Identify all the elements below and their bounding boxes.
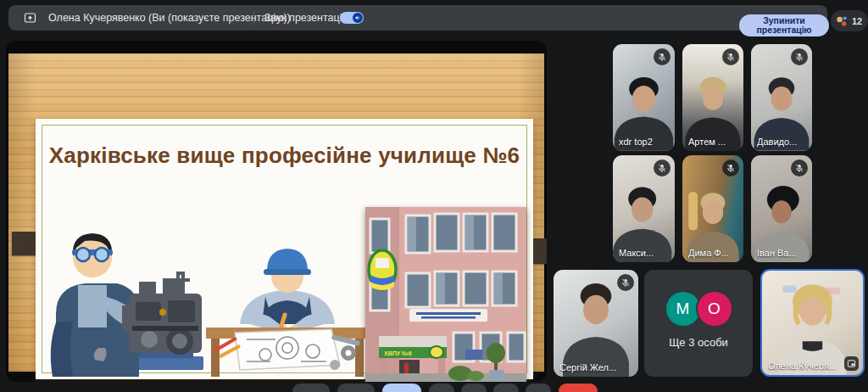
svg-text:ХВПУ №6: ХВПУ №6: [384, 350, 412, 356]
slide-title: Харківське вище професійне училище №6: [36, 143, 533, 169]
mic-muted-icon: [617, 274, 634, 291]
stop-presentation-button[interactable]: Зупинити презентацію: [739, 14, 829, 36]
participant-count: 12: [852, 16, 862, 26]
toolbar-button-stub[interactable]: [429, 384, 454, 392]
toolbar-button-stub[interactable]: [337, 384, 375, 392]
video-tile[interactable]: Сергій Жел...: [554, 270, 638, 377]
participant-name: Давидо...: [757, 137, 797, 147]
mechanic-illustration: [44, 221, 210, 377]
topbar-divider: [253, 11, 254, 25]
participant-name: Артем ...: [688, 137, 726, 147]
mic-muted-icon: [722, 160, 739, 176]
participants-count-pill[interactable]: 12: [831, 10, 868, 31]
participant-name: Макси...: [619, 248, 654, 258]
video-tile[interactable]: Артем ...: [682, 44, 743, 151]
toolbar-active-button-stub[interactable]: [382, 384, 421, 392]
toolbar-button-stub[interactable]: [292, 384, 330, 392]
presentation-sound-label: Звук презентації: [264, 12, 345, 24]
participant-name: Дима Ф...: [688, 248, 729, 258]
video-tile[interactable]: Іван Ва...: [751, 155, 812, 262]
video-tile[interactable]: Давидо...: [751, 44, 812, 151]
participant-name: Олена Кучеря...: [768, 361, 837, 371]
mic-muted-icon: [722, 48, 739, 65]
mic-muted-icon: [791, 160, 808, 176]
toolbar-button-stub[interactable]: [526, 384, 551, 392]
video-tile[interactable]: Макси...: [613, 155, 675, 262]
present-screen-icon: [22, 11, 38, 25]
participant-name: Сергій Жел...: [559, 362, 616, 372]
speaker-icon: [354, 14, 361, 21]
presentation-top-bar: Олена Кучерявенко (Ви (показуєте презент…: [8, 5, 827, 31]
mic-muted-icon: [654, 160, 670, 176]
presentation-stage: Харківське вище професійне училище №6: [6, 41, 547, 382]
overflow-participants-tile[interactable]: M O Ще 3 особи: [644, 270, 753, 377]
toggle-knob: [353, 13, 363, 23]
avatar-m: M: [666, 292, 700, 326]
toolbar-button-stub[interactable]: [461, 384, 487, 392]
overflow-count-label: Ще 3 особи: [669, 336, 728, 349]
participant-name: xdr top2: [619, 137, 653, 147]
participants-avatars-icon: [835, 14, 849, 28]
picture-in-picture-button[interactable]: [844, 356, 859, 371]
draftsman-illustration: [206, 243, 369, 377]
leave-call-button-stub[interactable]: [559, 384, 598, 392]
pip-icon: [847, 359, 856, 368]
avatar-o: O: [698, 292, 732, 326]
participant-name: Іван Ва...: [757, 248, 797, 258]
presentation-sound-toggle[interactable]: [340, 12, 364, 24]
video-tile[interactable]: Дима Ф...: [682, 155, 743, 262]
mic-muted-icon: [791, 48, 808, 65]
school-building-photo: ХВПУ №6: [365, 207, 526, 382]
toolbar-button-stub[interactable]: [493, 384, 519, 392]
mic-muted-icon: [654, 48, 670, 65]
overflow-avatars: M O: [666, 292, 732, 326]
video-tile-active-speaker[interactable]: Олена Кучеря...: [760, 269, 865, 377]
video-tile[interactable]: xdr top2: [613, 44, 675, 151]
